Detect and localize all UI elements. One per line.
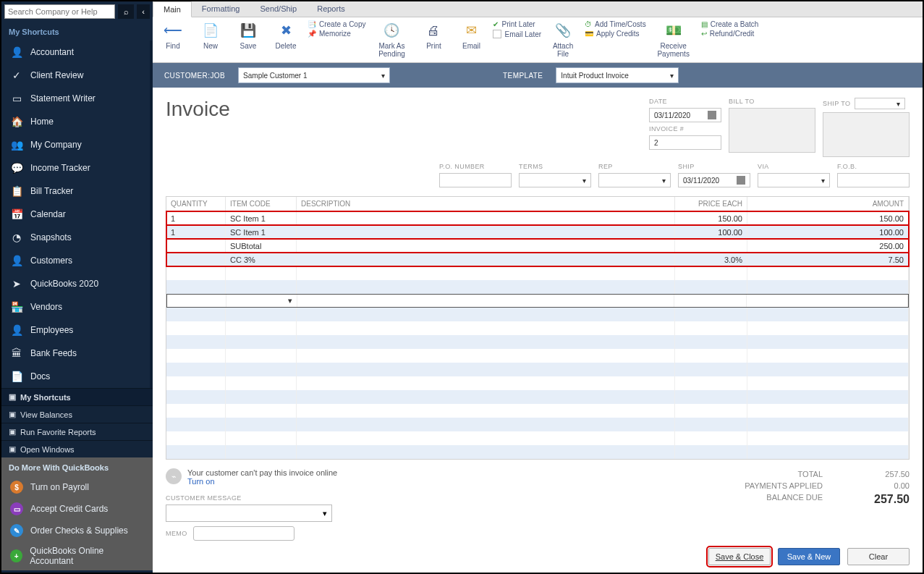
grid-cell-desc[interactable] <box>297 211 675 225</box>
tab-formatting[interactable]: Formatting <box>192 1 250 17</box>
sidebar-item-bankfeeds[interactable]: 🏛Bank Feeds <box>1 342 150 365</box>
grid-cell-price[interactable] <box>675 418 747 431</box>
sidebar-item-accountant[interactable]: 👤Accountant <box>1 41 150 64</box>
grid-cell-qty[interactable] <box>166 266 226 280</box>
grid-cell-code[interactable] <box>226 349 297 363</box>
sidebar-item-incometracker[interactable]: 💬Income Tracker <box>1 156 150 180</box>
grid-cell-code[interactable] <box>226 335 297 349</box>
sidebar-item-calendar[interactable]: 📅Calendar <box>1 203 150 226</box>
grid-row[interactable] <box>166 308 909 321</box>
grid-row[interactable] <box>166 431 909 445</box>
grid-cell-qty[interactable] <box>166 431 226 445</box>
grid-cell-price[interactable] <box>674 295 747 307</box>
attach-file-button[interactable]: 📎Attach File <box>547 20 579 59</box>
grid-cell-desc[interactable] <box>297 239 675 253</box>
grid-cell-code[interactable] <box>226 266 297 280</box>
grid-row[interactable] <box>166 445 909 459</box>
sidebar-item-snapshots[interactable]: ◔Snapshots <box>1 226 150 249</box>
grid-cell-amt[interactable] <box>747 308 909 321</box>
date-field[interactable]: 03/11/2020 <box>649 108 721 122</box>
shipto-combo[interactable]: ▾ <box>855 98 905 109</box>
grid-cell-amt[interactable] <box>747 390 909 404</box>
save-button[interactable]: 💾Save <box>232 20 264 51</box>
grid-row[interactable] <box>166 363 909 376</box>
sidebar-item-customers[interactable]: 👤Customers <box>1 249 150 272</box>
grid-cell-amt[interactable] <box>747 418 909 431</box>
sidebar-item-statementwriter[interactable]: ▭Statement Writer <box>1 87 150 110</box>
grid-cell-qty[interactable] <box>166 404 226 418</box>
mark-pending-button[interactable]: 🕓Mark As Pending <box>371 20 412 59</box>
grid-cell-code[interactable] <box>226 280 297 294</box>
ship-date-field[interactable]: 03/11/2020 <box>678 173 750 187</box>
grid-cell-qty[interactable] <box>166 363 226 376</box>
grid-cell-code[interactable]: SUBtotal <box>226 239 297 253</box>
template-combo[interactable]: Intuit Product Invoice▾ <box>556 67 679 83</box>
customer-message-combo[interactable]: ▾ <box>166 505 332 522</box>
print-later-checkbox[interactable]: ✔Print Later <box>493 20 541 28</box>
apply-credits-button[interactable]: 💳Apply Credits <box>585 30 646 38</box>
domore-creditcards[interactable]: ▭Accept Credit Cards <box>1 498 153 520</box>
sidebar-item-home[interactable]: 🏠Home <box>1 110 150 133</box>
grid-cell-code[interactable] <box>226 418 297 431</box>
tab-reports[interactable]: Reports <box>307 1 355 17</box>
sidebar-item-mycompany[interactable]: 👥My Company <box>1 133 150 156</box>
grid-cell-price[interactable]: 100.00 <box>675 225 747 239</box>
grid-cell-desc[interactable] <box>297 225 675 239</box>
grid-cell-code[interactable] <box>226 445 297 459</box>
grid-cell-amt[interactable] <box>747 321 909 335</box>
domore-qboa[interactable]: +QuickBooks Online Accountant <box>1 541 153 570</box>
grid-cell-code[interactable]: ▾ <box>226 295 297 307</box>
create-batch-button[interactable]: ▤Create a Batch <box>701 20 759 28</box>
terms-combo[interactable]: ▾ <box>519 173 591 187</box>
grid-row[interactable] <box>166 349 909 363</box>
grid-cell-desc[interactable] <box>297 253 675 266</box>
create-copy-button[interactable]: 📑Create a Copy <box>308 20 365 28</box>
grid-cell-qty[interactable]: 1 <box>166 211 226 225</box>
grid-cell-code[interactable] <box>226 431 297 445</box>
grid-cell-price[interactable] <box>675 266 747 280</box>
grid-row[interactable] <box>166 418 909 431</box>
memo-field[interactable] <box>193 526 294 541</box>
grid-cell-qty[interactable] <box>166 280 226 294</box>
grid-cell-amt[interactable] <box>747 376 909 390</box>
grid-cell-amt[interactable] <box>747 335 909 349</box>
grid-row[interactable] <box>166 266 909 280</box>
grid-cell-price[interactable] <box>675 335 747 349</box>
invoiceno-field[interactable]: 2 <box>649 135 721 150</box>
billto-textbox[interactable] <box>729 108 815 153</box>
grid-cell-amt[interactable] <box>747 445 909 459</box>
grid-cell-qty[interactable] <box>166 239 226 253</box>
sidebar-item-vendors[interactable]: 🏪Vendors <box>1 295 150 318</box>
grid-cell-desc[interactable] <box>297 335 675 349</box>
grid-row[interactable]: CC 3%3.0%7.50 <box>166 253 909 266</box>
grid-cell-desc[interactable] <box>297 266 675 280</box>
grid-cell-amt[interactable] <box>747 431 909 445</box>
grid-row[interactable]: 1SC Item 1100.00100.00 <box>166 225 909 239</box>
sidebar-collapse-button[interactable]: ‹ <box>137 4 150 19</box>
via-combo[interactable]: ▾ <box>758 173 830 187</box>
grid-cell-price[interactable] <box>675 349 747 363</box>
grid-cell-desc[interactable] <box>297 418 675 431</box>
grid-cell-qty[interactable] <box>166 390 226 404</box>
domore-orderchecks[interactable]: ✎Order Checks & Supplies <box>1 520 153 541</box>
grid-cell-amt[interactable] <box>747 266 909 280</box>
grid-cell-desc[interactable] <box>297 363 675 376</box>
refund-credit-button[interactable]: ↩Refund/Credit <box>701 30 759 38</box>
grid-cell-qty[interactable] <box>166 445 226 459</box>
mini-openwindows[interactable]: ▣Open Windows <box>1 440 153 457</box>
grid-cell-desc[interactable] <box>297 308 675 321</box>
search-input[interactable] <box>4 4 115 19</box>
print-button[interactable]: 🖨Print <box>418 20 449 51</box>
grid-cell-qty[interactable] <box>166 349 226 363</box>
memorize-button[interactable]: 📌Memorize <box>308 30 365 38</box>
grid-cell-price[interactable] <box>675 239 747 253</box>
grid-cell-desc[interactable] <box>297 390 675 404</box>
sidebar-item-docs[interactable]: 📄Docs <box>1 365 150 388</box>
grid-row[interactable] <box>166 390 909 404</box>
grid-cell-amt[interactable] <box>747 280 909 294</box>
grid-row[interactable]: 1SC Item 1150.00150.00 <box>166 211 909 225</box>
grid-cell-code[interactable] <box>226 404 297 418</box>
grid-cell-price[interactable] <box>675 376 747 390</box>
grid-cell-desc[interactable] <box>297 404 675 418</box>
grid-cell-amt[interactable]: 250.00 <box>747 239 909 253</box>
